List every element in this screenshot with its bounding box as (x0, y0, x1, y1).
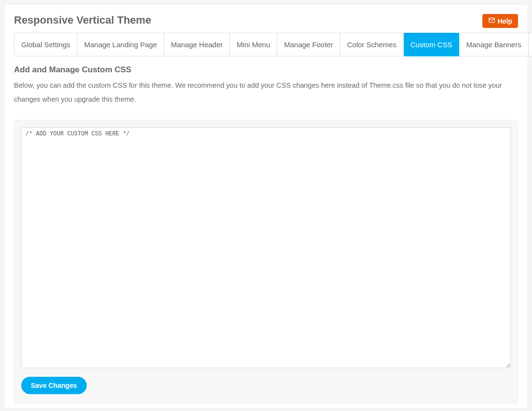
tabs: Global Settings Manage Landing Page Mana… (14, 33, 518, 56)
page-container: Responsive Vertical Theme Help Global Se… (4, 4, 528, 409)
save-changes-button[interactable]: Save Changes (21, 377, 87, 394)
help-button-label: Help (498, 17, 512, 25)
custom-css-textarea[interactable] (21, 127, 511, 368)
mail-icon (488, 17, 495, 25)
section-title: Add and Manage Custom CSS (14, 65, 518, 75)
tab-manage-landing-page[interactable]: Manage Landing Page (78, 33, 164, 56)
section-description: Below, you can add the custom CSS for th… (14, 79, 518, 106)
tab-manage-footer[interactable]: Manage Footer (277, 33, 340, 56)
content-box: Save Changes (14, 120, 518, 403)
tab-color-schemes[interactable]: Color Schemes (340, 33, 404, 56)
help-button[interactable]: Help (482, 14, 518, 28)
tab-typography[interactable]: Typography (529, 33, 532, 56)
tab-global-settings[interactable]: Global Settings (14, 33, 78, 56)
tab-custom-css[interactable]: Custom CSS (404, 33, 460, 56)
header-row: Responsive Vertical Theme Help (14, 14, 518, 28)
tab-mini-menu[interactable]: Mini Menu (230, 33, 277, 56)
page-title: Responsive Vertical Theme (14, 14, 151, 27)
tab-manage-banners[interactable]: Manage Banners (459, 33, 528, 56)
tab-manage-header[interactable]: Manage Header (164, 33, 230, 56)
